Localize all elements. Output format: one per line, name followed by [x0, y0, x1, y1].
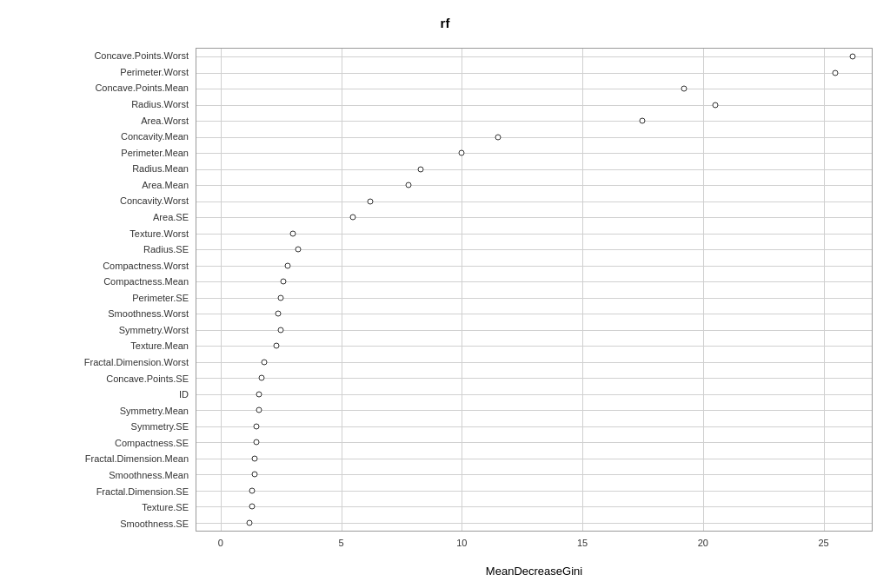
data-point [256, 407, 262, 413]
y-axis-label: Area.Worst [141, 116, 189, 126]
gridline-h [196, 394, 872, 395]
x-tick-label: 25 [818, 538, 828, 548]
gridline-h [196, 281, 872, 282]
y-axis-label: Texture.SE [142, 502, 189, 512]
y-axis-label: Perimeter.SE [132, 293, 189, 303]
y-axis-label: Fractal.Dimension.SE [96, 486, 189, 497]
gridline-h [196, 491, 872, 492]
y-axis-label: Perimeter.Mean [121, 148, 189, 158]
data-point [254, 423, 260, 429]
y-axis-label: Perimeter.Worst [120, 67, 189, 77]
y-axis-label: Smoothness.SE [120, 519, 189, 529]
data-point [290, 230, 296, 236]
data-point [849, 54, 855, 60]
data-point [418, 166, 424, 172]
y-axis-label: Concave.Points.SE [106, 373, 189, 384]
gridline-h [196, 410, 872, 411]
gridline-h [196, 459, 872, 459]
gridline-h [196, 89, 872, 89]
gridline-v [221, 49, 222, 531]
data-point [261, 359, 267, 365]
gridline-h [196, 234, 872, 235]
data-point [256, 391, 262, 397]
gridline-h [196, 185, 872, 186]
y-axis-label: Texture.Mean [130, 340, 189, 351]
data-point [273, 343, 279, 349]
gridline-h [196, 105, 872, 106]
chart-area: 0510152025 [196, 48, 873, 532]
data-point [249, 487, 255, 493]
gridline-h [196, 378, 872, 379]
gridline-h [196, 56, 872, 57]
data-point [833, 69, 839, 76]
data-point [258, 375, 264, 381]
gridline-v [462, 49, 462, 531]
gridline-v [703, 49, 704, 531]
y-axis-label: Radius.SE [143, 244, 189, 254]
y-axis-label: Radius.Worst [131, 99, 189, 109]
data-point [249, 504, 255, 510]
data-point [280, 279, 286, 285]
data-point [640, 118, 646, 124]
gridline-h [196, 523, 872, 524]
gridline-h [196, 474, 872, 475]
gridline-h [196, 73, 872, 74]
y-axis-label: Texture.Worst [130, 228, 189, 239]
gridline-v [824, 49, 825, 531]
y-axis-label: Fractal.Dimension.Worst [84, 357, 189, 367]
data-point [367, 198, 373, 204]
gridline-h [196, 266, 872, 267]
data-point [278, 294, 284, 301]
y-axis-label: Compactness.Worst [103, 261, 189, 271]
y-axis-label: Smoothness.Mean [109, 470, 189, 480]
x-axis-label: MeanDecreaseGini [196, 565, 873, 578]
gridline-h [196, 506, 872, 507]
gridline-h [196, 346, 872, 347]
x-tick-label: 20 [698, 538, 708, 548]
data-point [251, 455, 257, 461]
y-axis-label: Area.SE [153, 212, 189, 222]
y-axis-label: Smoothness.Worst [108, 308, 189, 319]
data-point [712, 102, 718, 108]
gridline-v [582, 49, 583, 531]
gridline-h [196, 298, 872, 299]
data-point [295, 247, 301, 253]
y-axis-label: Compactness.Mean [103, 276, 189, 287]
y-axis-label: Symmetry.SE [131, 421, 189, 432]
gridline-h [196, 314, 872, 314]
gridline-h [196, 442, 872, 443]
y-axis-label: Concavity.Worst [120, 195, 189, 206]
gridline-h [196, 362, 872, 363]
gridline-h [196, 121, 872, 122]
gridline-h [196, 137, 872, 138]
y-axis-label: Symmetry.Worst [119, 325, 189, 335]
data-point [681, 86, 687, 92]
y-axis-label: Concavity.Mean [121, 131, 189, 142]
data-point [251, 472, 257, 478]
y-axis-label: Radius.Mean [132, 163, 189, 174]
x-tick-label: 10 [456, 538, 467, 548]
y-axis-label: Concave.Points.Worst [94, 50, 189, 61]
data-point [495, 134, 501, 140]
gridline-h [196, 169, 872, 170]
y-axis-label: Symmetry.Mean [120, 406, 189, 416]
chart-container: rf Concave.Points.WorstPerimeter.WorstCo… [0, 0, 890, 588]
data-point [406, 182, 412, 188]
gridline-h [196, 153, 872, 154]
y-axis-label: Area.Mean [142, 180, 189, 190]
gridline-v [342, 49, 342, 531]
x-tick-label: 15 [577, 538, 588, 548]
y-axis-labels: Concave.Points.WorstPerimeter.WorstConca… [0, 48, 193, 532]
x-tick-label: 0 [218, 538, 223, 548]
y-axis-label: Fractal.Dimension.Mean [85, 453, 189, 464]
y-axis-label: Concave.Points.Mean [95, 83, 189, 93]
gridline-h [196, 217, 872, 218]
data-point [254, 439, 260, 446]
data-point [350, 215, 356, 221]
data-point [247, 519, 253, 525]
chart-title: rf [0, 0, 890, 30]
x-tick-label: 5 [338, 538, 343, 548]
y-axis-label: ID [179, 389, 189, 400]
gridline-h [196, 202, 872, 202]
data-point [459, 150, 465, 156]
